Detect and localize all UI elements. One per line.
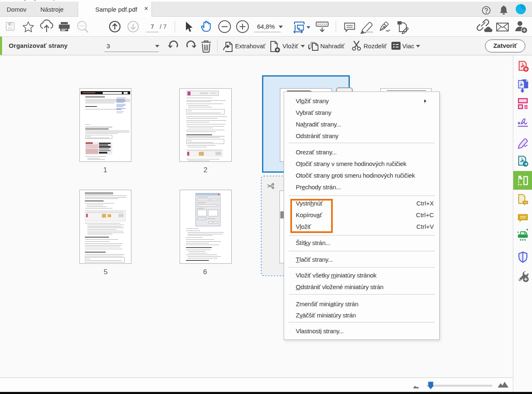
svg-text:/ 7: / 7 xyxy=(160,23,167,30)
svg-text:7: 7 xyxy=(151,23,154,30)
svg-text:64,8%: 64,8% xyxy=(257,23,275,30)
